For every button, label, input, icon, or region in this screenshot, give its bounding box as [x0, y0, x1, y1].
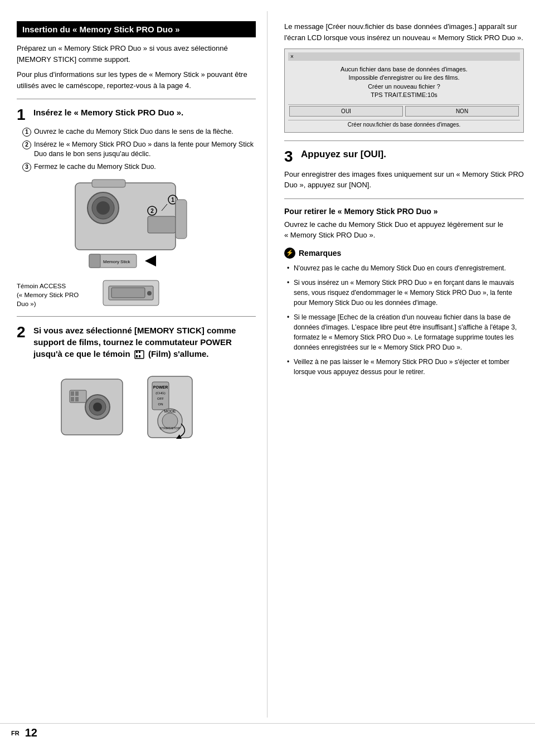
lcd-oui-btn[interactable]: OUI: [289, 106, 403, 117]
step1-substeps: 1 Ouvrez le cache du Memory Stick Duo da…: [22, 127, 256, 172]
step3-title: Appuyez sur [OUI].: [301, 149, 386, 160]
lcd-line1: Aucun fichier dans base de données d'ima…: [288, 65, 520, 74]
substep2-text: Insérez le « Memory Stick PRO Duo » dans…: [34, 140, 256, 159]
svg-text:2: 2: [150, 208, 154, 214]
step2-title: Si vous avez sélectionné [MEMORY STICK] …: [33, 324, 256, 360]
svg-text:START/STOP: START/STOP: [159, 427, 180, 430]
lcd-close: ×: [290, 54, 294, 60]
intro-para1: Préparez un « Memory Stick PRO Duo » si …: [17, 43, 256, 65]
svg-rect-13: [89, 254, 100, 268]
lcd-text-area: Aucun fichier dans base de données d'ima…: [288, 63, 520, 102]
svg-text:MODE: MODE: [164, 409, 176, 413]
svg-rect-21: [136, 351, 138, 353]
footer-page-num: 12: [25, 726, 37, 739]
right-column: Le message [Créer nouv.fichier ds base d…: [268, 11, 535, 718]
lcd-title-bar: ×: [288, 52, 520, 61]
ms-arrow-svg: [142, 250, 159, 272]
divider-1: [17, 99, 256, 99]
svg-marker-15: [145, 255, 156, 266]
power-diagram: POWER (CHG) OFF ON MODE START/STOP: [17, 371, 256, 443]
svg-text:1: 1: [171, 197, 174, 203]
svg-point-19: [147, 291, 152, 295]
substep2: 2 Insérez le « Memory Stick PRO Duo » da…: [22, 140, 256, 159]
svg-rect-22: [139, 351, 140, 353]
divider-4: [284, 198, 524, 199]
slot-diagram-svg: [100, 278, 162, 308]
substep1-text: Ouvrez le cache du Memory Stick Duo dans…: [34, 127, 234, 137]
substep1-num: 1: [22, 128, 31, 137]
svg-text:(CHG): (CHG): [155, 391, 165, 395]
lcd-line4: TPS TRAIT.ESTIME:10s: [288, 91, 520, 99]
remarques-header: ⚡ Remarques: [284, 248, 524, 259]
svg-rect-5: [148, 216, 176, 233]
lcd-buttons: OUI NON: [288, 104, 520, 118]
remarques-title: Remarques: [299, 249, 341, 258]
remarque-item-2: Si vous insérez un « Memory Stick PRO Du…: [287, 278, 524, 308]
lcd-non-btn[interactable]: NON: [405, 106, 519, 117]
svg-rect-24: [139, 355, 140, 357]
lcd-line3: Créer un nouveau fichier ?: [288, 83, 520, 91]
page: Insertion du « Memory Stick PRO Duo » Pr…: [0, 0, 535, 756]
divider-2: [17, 316, 256, 317]
lcd-bottom-text: Créer nouv.fichier ds base données d'ima…: [288, 120, 520, 129]
retirer-title: Pour retirer le « Memory Stick PRO Duo »: [284, 207, 524, 216]
svg-rect-1: [92, 180, 125, 187]
access-label-row: Témoin ACCESS (« Memory Stick PRO Duo »): [17, 278, 256, 308]
memory-stick-small-svg: Memory Stick: [86, 250, 142, 272]
remarques-list: N'ouvrez pas le cache du Memory Stick Du…: [284, 263, 524, 377]
lcd-screen: × Aucun fichier dans base de données d'i…: [284, 49, 524, 133]
lcd-intro-text: Le message [Créer nouv.fichier ds base d…: [284, 21, 524, 43]
remarque-item-1: N'ouvrez pas le cache du Memory Stick Du…: [287, 263, 524, 273]
svg-point-4: [96, 201, 110, 215]
step1-number: 1: [17, 107, 33, 123]
retirer-text: Ouvrez le cache du Memory Stick Duo et a…: [284, 219, 524, 241]
svg-rect-30: [75, 397, 79, 401]
access-label: Témoin ACCESS (« Memory Stick PRO Duo »): [17, 282, 89, 308]
intro-para2: Pour plus d'informations sur les types d…: [17, 69, 256, 91]
remarques-icon: ⚡: [284, 248, 295, 259]
remarques-icon-symbol: ⚡: [286, 249, 294, 256]
substep1: 1 Ouvrez le cache du Memory Stick Duo da…: [22, 127, 256, 137]
substep3-num: 3: [22, 163, 31, 172]
svg-text:ON: ON: [158, 403, 163, 406]
step3-number: 3: [284, 149, 301, 164]
svg-rect-11: [176, 200, 187, 239]
divider-3: [284, 140, 524, 141]
remarque-item-4: Veillez à ne pas laisser le « Memory Sti…: [287, 357, 524, 377]
svg-rect-28: [75, 391, 79, 396]
svg-rect-29: [71, 397, 74, 401]
lcd-line2: Impossible d'enregistrer ou lire des fil…: [288, 74, 520, 82]
camera-diagram-container: 2 1 Memory Stick: [17, 177, 256, 272]
remarque-item-3: Si le message [Echec de la création d'un…: [287, 312, 524, 352]
main-content: Insertion du « Memory Stick PRO Duo » Pr…: [0, 11, 535, 718]
left-column: Insertion du « Memory Stick PRO Duo » Pr…: [0, 11, 268, 718]
step2-text2: (Film) s'allume.: [148, 349, 209, 358]
svg-text:OFF: OFF: [157, 397, 164, 400]
step2-number: 2: [17, 324, 33, 340]
step1-header: 1 Insérez le « Memory Stick PRO Duo ».: [17, 107, 256, 123]
svg-rect-23: [136, 355, 138, 357]
svg-point-33: [93, 403, 102, 411]
step2-header: 2 Si vous avez sélectionné [MEMORY STICK…: [17, 324, 256, 365]
step1-title: Insérez le « Memory Stick PRO Duo ».: [33, 107, 183, 118]
section-header: Insertion du « Memory Stick PRO Duo »: [17, 21, 256, 37]
footer-lang: FR: [11, 730, 20, 736]
svg-rect-18: [111, 288, 145, 298]
substep2-num: 2: [22, 140, 31, 149]
svg-rect-27: [71, 391, 74, 396]
substep3-text: Fermez le cache du Memory Stick Duo.: [34, 162, 156, 172]
section-title: Insertion du « Memory Stick PRO Duo »: [22, 25, 180, 34]
step3-header: 3 Appuyez sur [OUI].: [284, 149, 524, 164]
svg-text:POWER: POWER: [153, 385, 167, 389]
power-diagram-svg: POWER (CHG) OFF ON MODE START/STOP: [59, 371, 215, 443]
film-icon: [134, 350, 144, 359]
page-footer: FR 12: [0, 723, 535, 739]
svg-text:Memory Stick: Memory Stick: [103, 259, 130, 264]
substep3: 3 Fermez le cache du Memory Stick Duo.: [22, 162, 256, 172]
step3-text: Pour enregistrer des images fixes unique…: [284, 169, 524, 191]
